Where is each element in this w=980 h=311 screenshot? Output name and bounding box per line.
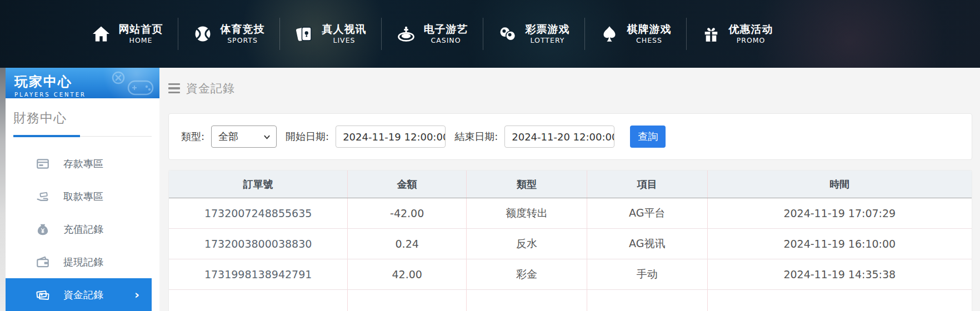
nav-label-zh: 体育竞技 bbox=[221, 23, 265, 36]
nav-label-en: LOTTERY bbox=[531, 36, 565, 45]
nav-label-zh: 网站首页 bbox=[119, 23, 163, 36]
cell-time: 2024-11-19 17:07:29 bbox=[708, 198, 972, 228]
wallet-icon bbox=[36, 255, 50, 269]
players-center-banner: 玩家中心 PLAYERS CENTER bbox=[6, 68, 159, 98]
main-content: 資金記錄 類型: 全部 開始日期: 結束日期: 查詢 訂單號 金額 類型 項目 … bbox=[159, 68, 980, 311]
sidebar-item-label: 充值記錄 bbox=[63, 223, 103, 236]
breadcrumb: 資金記錄 bbox=[168, 80, 972, 97]
type-select-value: 全部 bbox=[218, 130, 238, 143]
nav-label-en: PROMO bbox=[737, 36, 766, 45]
cell-item: 手动 bbox=[587, 259, 708, 289]
cell-empty bbox=[348, 290, 467, 311]
sidebar-item-withdraw[interactable]: 取款專區 bbox=[6, 180, 159, 213]
end-date-input[interactable] bbox=[504, 126, 614, 148]
deposit-card-icon bbox=[36, 157, 50, 171]
cell-item: AG视讯 bbox=[587, 229, 708, 259]
page-title: 資金記錄 bbox=[186, 81, 235, 96]
cell-amount: 0.24 bbox=[348, 229, 467, 259]
banknotes-icon bbox=[36, 288, 50, 302]
nav-item-home[interactable]: 网站首页 HOME bbox=[76, 0, 178, 68]
nav-label-en: CHESS bbox=[636, 36, 662, 45]
chevron-down-icon bbox=[263, 133, 271, 141]
nav-label-zh: 优惠活动 bbox=[729, 23, 773, 36]
sidebar: 玩家中心 PLAYERS CENTER 財務中心 存款 bbox=[6, 68, 159, 311]
nav-item-promo[interactable]: 优惠活动 PROMO bbox=[686, 0, 788, 68]
start-date-label: 開始日期: bbox=[286, 130, 329, 143]
table-row: 1732007248855635 -42.00 额度转出 AG平台 2024-1… bbox=[169, 198, 972, 229]
type-select[interactable]: 全部 bbox=[211, 126, 277, 148]
gamepad-decoration-icon bbox=[109, 70, 156, 98]
finance-center-heading: 財務中心 bbox=[13, 109, 152, 127]
roulette-icon bbox=[396, 24, 416, 44]
cell-time: 2024-11-19 14:35:38 bbox=[708, 259, 972, 289]
cell-empty bbox=[169, 290, 348, 311]
cell-empty bbox=[467, 290, 587, 311]
sidebar-item-label: 存款專區 bbox=[63, 157, 103, 170]
moneybag-icon bbox=[36, 222, 50, 237]
table-row: 1731998138942791 42.00 彩金 手动 2024-11-19 … bbox=[169, 259, 972, 290]
withdraw-hand-icon bbox=[36, 189, 50, 204]
filter-panel: 類型: 全部 開始日期: 結束日期: 查詢 bbox=[168, 113, 972, 160]
header-type: 類型 bbox=[467, 170, 587, 198]
start-date-input[interactable] bbox=[336, 126, 446, 148]
nav-label-zh: 真人视讯 bbox=[322, 23, 367, 36]
chevron-right-icon: › bbox=[134, 289, 139, 301]
cards-icon bbox=[294, 24, 314, 44]
sidebar-item-deposit[interactable]: 存款專區 bbox=[6, 147, 159, 180]
sidebar-item-label: 取款專區 bbox=[63, 190, 103, 203]
sidebar-item-label: 資金記錄 bbox=[63, 288, 103, 302]
section-divider bbox=[13, 135, 152, 137]
cell-order-no: 1732003800038830 bbox=[169, 229, 348, 259]
header-amount: 金額 bbox=[348, 170, 467, 198]
sidebar-item-fund-records[interactable]: 資金記錄 › bbox=[6, 278, 152, 311]
home-icon bbox=[91, 24, 111, 44]
nav-label-zh: 棋牌游戏 bbox=[627, 23, 672, 36]
cell-type: 额度转出 bbox=[467, 198, 587, 228]
sidebar-item-withdrawal-records[interactable]: 提現記錄 bbox=[6, 245, 159, 278]
cell-amount: 42.00 bbox=[348, 259, 467, 289]
sidebar-item-recharge-records[interactable]: 充值記錄 bbox=[6, 213, 159, 245]
cell-item: AG平台 bbox=[587, 198, 708, 228]
cell-amount: -42.00 bbox=[348, 198, 467, 228]
table-row-partial bbox=[169, 290, 972, 311]
cell-time: 2024-11-19 16:10:00 bbox=[708, 229, 972, 259]
spade-icon bbox=[599, 24, 619, 44]
type-label: 類型: bbox=[181, 130, 204, 143]
nav-label-en: LIVES bbox=[333, 36, 355, 45]
table-header-row: 訂單號 金額 類型 項目 時間 bbox=[169, 170, 972, 198]
fund-records-table: 訂單號 金額 類型 項目 時間 1732007248855635 -42.00 … bbox=[168, 170, 972, 311]
menu-toggle-icon[interactable] bbox=[168, 83, 180, 94]
cell-type: 反水 bbox=[467, 229, 587, 259]
nav-item-lives[interactable]: 真人视讯 LIVES bbox=[279, 0, 381, 68]
query-button[interactable]: 查詢 bbox=[630, 126, 666, 148]
nav-label-en: SPORTS bbox=[227, 36, 258, 45]
left-edge-strip bbox=[0, 68, 6, 311]
nav-label-en: HOME bbox=[129, 36, 153, 45]
nav-item-casino[interactable]: 电子游艺 CASINO bbox=[381, 0, 483, 68]
nav-label-en: CASINO bbox=[431, 36, 461, 45]
cell-empty bbox=[587, 290, 708, 311]
nav-item-chess[interactable]: 棋牌游戏 CHESS bbox=[584, 0, 686, 68]
header-time: 時間 bbox=[708, 170, 972, 198]
top-navigation: 网站首页 HOME 体育竞技 SPORTS 真人视讯 LIVES bbox=[0, 0, 980, 68]
nav-item-sports[interactable]: 体育竞技 SPORTS bbox=[178, 0, 279, 68]
cell-order-no: 1731998138942791 bbox=[169, 259, 348, 289]
sidebar-item-label: 提現記錄 bbox=[63, 255, 103, 269]
cell-type: 彩金 bbox=[467, 259, 587, 289]
header-item: 項目 bbox=[587, 170, 708, 198]
nav-item-lottery[interactable]: 彩票游戏 LOTTERY bbox=[483, 0, 584, 68]
page-body: 玩家中心 PLAYERS CENTER 財務中心 存款 bbox=[0, 68, 980, 311]
cell-empty bbox=[708, 290, 972, 311]
end-date-label: 結束日期: bbox=[454, 130, 498, 143]
nav-label-zh: 彩票游戏 bbox=[526, 23, 570, 36]
nav-label-zh: 电子游艺 bbox=[424, 23, 468, 36]
gift-icon bbox=[701, 24, 721, 44]
cell-order-no: 1732007248855635 bbox=[169, 198, 348, 228]
header-order-no: 訂單號 bbox=[169, 170, 348, 198]
table-row: 1732003800038830 0.24 反水 AG视讯 2024-11-19… bbox=[169, 229, 972, 259]
sidebar-menu: 存款專區 取款專區 充值記錄 bbox=[6, 137, 159, 311]
lottery-balls-icon bbox=[498, 24, 518, 44]
sports-ball-icon bbox=[193, 24, 213, 44]
